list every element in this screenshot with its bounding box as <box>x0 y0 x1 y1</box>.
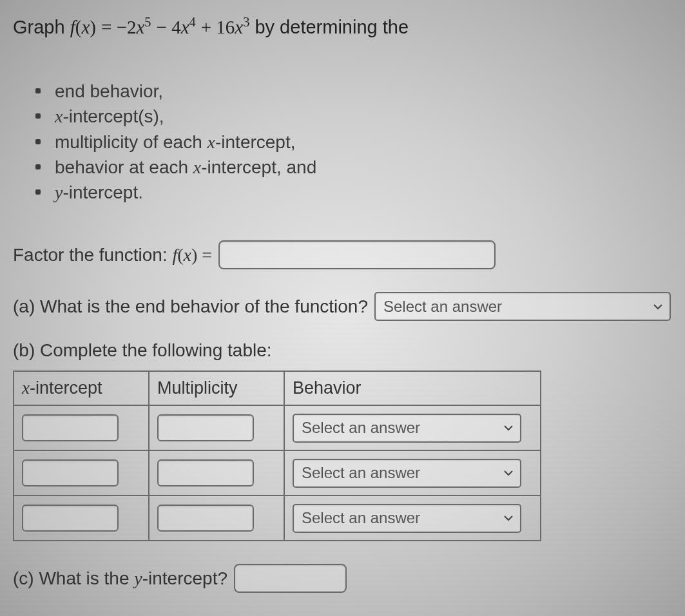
bullet-end-behavior: end behavior, <box>35 79 672 104</box>
select-placeholder: Select an answer <box>302 464 420 482</box>
end-behavior-select[interactable]: Select an answer <box>374 292 671 321</box>
xintercept-input-3[interactable] <box>22 505 119 532</box>
intercept-table: x-intercept Multiplicity Behavior Select… <box>13 371 541 541</box>
factor-label: Factor the function: f(x) = <box>13 245 212 265</box>
question-b-label: (b) Complete the following table: <box>13 340 672 361</box>
bullet-list: end behavior, x-intercept(s), multiplici… <box>35 79 672 205</box>
chevron-down-icon <box>653 302 663 312</box>
behavior-select-1[interactable]: Select an answer <box>293 414 521 443</box>
select-placeholder: Select an answer <box>302 419 420 437</box>
bullet-multiplicity: multiplicity of each x-intercept, <box>35 130 672 155</box>
table-header-multiplicity: Multiplicity <box>149 371 284 405</box>
select-placeholder: Select an answer <box>302 509 420 527</box>
behavior-select-2[interactable]: Select an answer <box>293 459 521 488</box>
question-c-label: (c) What is the y-intercept? <box>13 568 227 589</box>
multiplicity-input-1[interactable] <box>157 414 254 441</box>
chevron-down-icon <box>503 468 514 478</box>
table-row: Select an answer <box>14 496 541 541</box>
table-header-xintercept: x-intercept <box>14 371 149 405</box>
bullet-behavior: behavior at each x-intercept, and <box>35 155 672 180</box>
table-header-behavior: Behavior <box>284 371 541 405</box>
question-a-label: (a) What is the end behavior of the func… <box>13 296 368 317</box>
behavior-select-3[interactable]: Select an answer <box>293 504 521 533</box>
bullet-x-intercepts: x-intercept(s), <box>35 104 672 129</box>
xintercept-input-1[interactable] <box>22 414 119 441</box>
multiplicity-input-2[interactable] <box>157 459 254 486</box>
chevron-down-icon <box>503 423 514 433</box>
chevron-down-icon <box>503 513 514 523</box>
factor-input[interactable] <box>218 240 496 269</box>
select-placeholder: Select an answer <box>383 298 502 316</box>
table-row: Select an answer <box>14 450 541 496</box>
y-intercept-input[interactable] <box>234 564 347 593</box>
problem-statement: Graph f(x) = −2x5 − 4x4 + 16x3 by determ… <box>13 13 672 40</box>
bullet-y-intercept: y-intercept. <box>35 180 672 205</box>
xintercept-input-2[interactable] <box>22 459 119 486</box>
multiplicity-input-3[interactable] <box>157 505 254 532</box>
table-row: Select an answer <box>14 405 541 450</box>
